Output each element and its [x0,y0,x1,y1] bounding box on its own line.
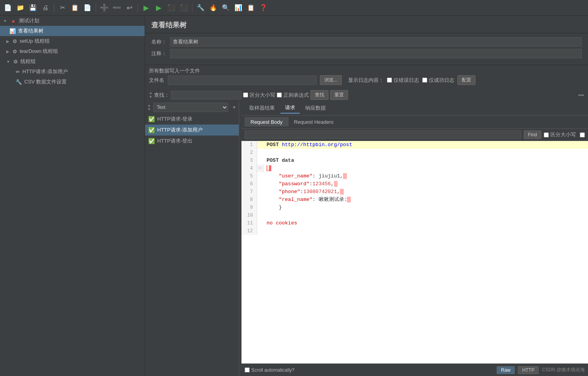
search-dots[interactable]: ••• [578,92,584,98]
code-case-checkbox[interactable] [544,132,549,137]
down-arrow[interactable]: ▼ [149,95,152,99]
error-log-label: 仅错误日志 [394,77,419,84]
list-item-login[interactable]: ✅ HTTP请求-登录 [145,114,239,125]
error-log-checkbox[interactable] [387,78,392,83]
success-icon: ✅ [148,138,155,144]
remove-icon[interactable]: ➖ [111,2,122,13]
expand-icon: ▼ [6,60,10,64]
code-find-input[interactable] [245,130,521,139]
code-case-check[interactable]: 区分大小写 [544,131,576,138]
code-extra-checkbox[interactable] [580,132,585,137]
page-title: 查看结果树 [145,16,588,33]
config-button[interactable]: 配置 [457,75,475,85]
list-item-logout[interactable]: ✅ HTTP请求-登出 [145,136,239,146]
type-dropdown[interactable]: Text [153,103,228,112]
sub-tab-headers[interactable]: Request Headers [289,118,339,127]
new-icon[interactable]: 📄 [2,2,13,13]
scroll-checkbox[interactable] [245,367,250,372]
line-num-2: 2 [241,149,257,157]
form-area: 名称： 注释： [145,33,588,65]
tab-response[interactable]: 响应数据 [301,103,330,113]
watermark: CSDN @微木填沧海 [542,367,585,373]
regex-check[interactable]: 正则表达式 [277,92,309,99]
code-find-button[interactable]: Find [524,130,541,139]
settings-icon[interactable]: 🔧 [195,2,206,13]
sidebar-item-label: 线程组 [20,58,36,65]
comment-input[interactable] [170,49,582,58]
file-section: 所有数据写入一个文件 文件名 浏览... 显示日志内容： 仅错误日志 仅成功日志… [145,65,588,89]
file-name-label: 文件名 [149,77,165,84]
success-log-checkbox[interactable] [422,78,427,83]
case-check[interactable]: 区分大小写 [243,92,275,99]
sidebar-item-setup[interactable]: ▶ ⚙ setUp 线程组 [0,36,145,46]
dropdown-chevron[interactable]: ▼ [232,105,236,110]
print-icon[interactable]: 🖨 [40,2,51,13]
success-log-label: 仅成功日志 [429,77,454,84]
sidebar-item-teardown[interactable]: ▶ ⚙ tearDown 线程组 [0,46,145,56]
up-arrow[interactable]: ▲ [149,91,152,95]
regex-checkbox[interactable] [277,92,282,98]
browse-button[interactable]: 浏览... [320,75,342,85]
undo-icon[interactable]: ↩ [124,2,135,13]
code-line-4: 4 □ ▌ [241,164,588,172]
list-item-label: HTTP请求-登录 [157,116,192,123]
report-icon[interactable]: 📊 [233,2,244,13]
list-down-arrow[interactable]: ▼ [147,108,151,111]
add-icon[interactable]: ➕ [99,2,110,13]
http-tab[interactable]: HTTP [518,366,539,374]
start-icon[interactable]: ▶ [141,2,152,13]
shutdown-icon[interactable]: ⬛ [178,2,189,13]
line-num-1: 1 [241,141,257,149]
line-content-7: "phone":13080742021, [263,188,588,196]
sidebar-item-http-add-user[interactable]: ✏ HTTP请求-添加用户 [0,67,145,77]
setup-icon: ⚙ [13,38,17,44]
scroll-auto-check[interactable]: Scroll automatically? [245,367,294,373]
copy-icon[interactable]: 📋 [69,2,80,13]
stop-icon[interactable]: ⬛ [166,2,177,13]
sidebar-item-thread-group[interactable]: ▼ ⚙ 线程组 [0,56,145,67]
list-item-add-user[interactable]: ✅ HTTP请求-添加用户 [145,125,239,136]
success-icon: ✅ [148,116,155,122]
help-icon[interactable]: ❓ [258,2,269,13]
success-log-check[interactable]: 仅成功日志 [422,77,454,84]
tab-sampler[interactable]: 取样器结果 [245,103,279,113]
raw-tab[interactable]: Raw [497,366,515,374]
code-line-5: 5 "user_name": jiujiu1, [241,172,588,180]
find-button[interactable]: 查找 [310,90,328,100]
open-icon[interactable]: 📁 [15,2,26,13]
list-header: ▲ ▼ Text ▼ [145,101,239,114]
start-no-pause-icon[interactable]: ▶ [153,2,164,13]
request-panel: 取样器结果 请求 响应数据 Request Body Request Heade… [241,101,588,376]
file-name-input[interactable] [168,76,317,85]
comment-row: 注释： [151,49,582,58]
list-up-arrow[interactable]: ▲ [147,104,151,107]
name-row: 名称： [151,37,582,47]
csv-icon: 🔧 [16,79,22,85]
tab-request[interactable]: 请求 [280,103,300,114]
error-log-check[interactable]: 仅错误日志 [387,77,419,84]
line-content-6: "password":123456, [263,180,588,188]
expand-icon: ▶ [6,39,9,43]
teardown-icon: ⚙ [13,49,17,54]
scroll-label: Scroll automatically? [251,367,294,373]
find-input[interactable] [171,91,241,99]
line-content-4: ▌ [263,164,588,172]
name-input[interactable] [170,37,582,47]
line-content-8: "real_name": 啾啾测试录: [263,196,588,204]
case-checkbox[interactable] [243,92,248,98]
sidebar-item-csv-data[interactable]: 🔧 CSV 数据文件设置 [0,77,145,87]
code-line-9: 9 } [241,204,588,212]
paste-icon[interactable]: 📄 [82,2,93,13]
cut-icon[interactable]: ✂ [57,2,68,13]
sidebar-item-test-plan[interactable]: ▼ 🔺 测试计划 [0,16,145,26]
sub-tab-body[interactable]: Request Body [245,117,289,127]
sidebar-item-view-results[interactable]: 📊 查看结果树 [0,26,145,36]
line-num-12: 12 [241,227,257,235]
search-icon[interactable]: 🔍 [220,2,231,13]
code-line-10: 10 [241,212,588,219]
table-icon[interactable]: 📋 [245,2,256,13]
sep4 [192,4,192,12]
clear-icon[interactable]: 🔥 [208,2,219,13]
save-icon[interactable]: 💾 [27,2,38,13]
reset-button[interactable]: 重置 [330,90,348,100]
